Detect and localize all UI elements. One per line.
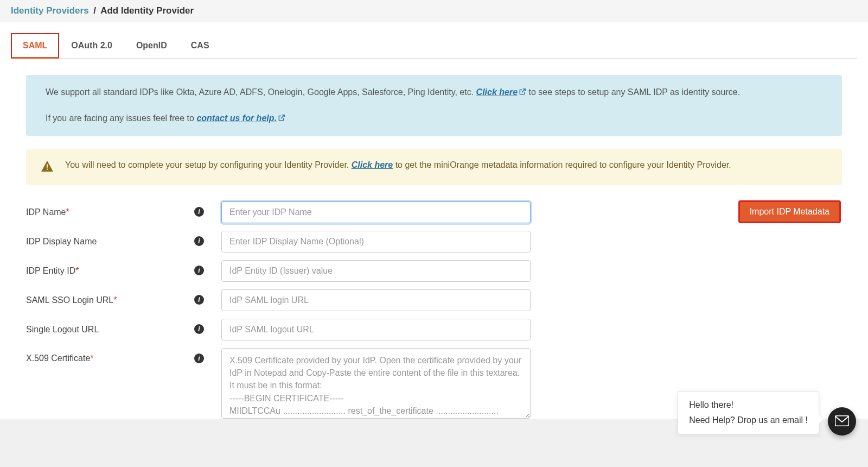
tab-openid[interactable]: OpenID xyxy=(124,33,179,58)
info-banner-setup: You will need to complete your setup by … xyxy=(26,149,842,185)
input-idp-name[interactable] xyxy=(221,201,531,223)
label-idp-name: IDP Name* xyxy=(26,207,194,217)
idp-form: IDP Name* i Import IDP Metadata IDP Disp… xyxy=(26,201,842,419)
info-icon[interactable]: i xyxy=(194,266,204,275)
info-text: to see steps to setup any SAML IDP as id… xyxy=(529,87,741,97)
help-text-line2: Need Help? Drop us an email ! xyxy=(689,415,808,419)
tab-saml[interactable]: SAML xyxy=(11,33,59,59)
breadcrumb: Identity Providers / Add Identity Provid… xyxy=(0,0,868,22)
external-link-icon xyxy=(278,112,285,120)
input-idp-display-name[interactable] xyxy=(221,231,531,253)
input-idp-entity-id[interactable] xyxy=(221,260,531,282)
external-link-icon xyxy=(519,86,526,94)
help-tooltip: Hello there! Need Help? Drop us an email… xyxy=(678,391,819,419)
link-setup-steps[interactable]: Click here xyxy=(476,87,526,97)
tab-cas[interactable]: CAS xyxy=(179,33,221,58)
info-banner-support: We support all standard IDPs like Okta, … xyxy=(26,75,842,136)
input-saml-sso-login-url[interactable] xyxy=(221,289,531,311)
warning-text: You will need to complete your setup by … xyxy=(65,160,352,169)
breadcrumb-current: Add Identity Provider xyxy=(100,5,194,16)
svg-rect-0 xyxy=(47,164,48,167)
warning-text: to get the miniOrange metadata informati… xyxy=(395,160,731,169)
required-marker: * xyxy=(113,295,117,305)
link-contact-us[interactable]: contact us for help. xyxy=(196,113,285,123)
help-text-line1: Hello there! xyxy=(689,400,808,410)
tab-oauth2[interactable]: OAuth 2.0 xyxy=(59,33,124,58)
label-idp-display-name: IDP Display Name xyxy=(26,237,194,247)
info-icon[interactable]: i xyxy=(194,236,204,246)
import-idp-metadata-button[interactable]: Import IDP Metadata xyxy=(738,200,841,223)
required-marker: * xyxy=(90,354,93,363)
label-saml-sso-login-url: SAML SSO Login URL* xyxy=(26,295,194,305)
info-icon[interactable]: i xyxy=(194,324,204,334)
label-x509-certificate: X.509 Certificate* xyxy=(26,354,194,363)
label-idp-entity-id: IDP Entity ID* xyxy=(26,266,194,276)
info-icon[interactable]: i xyxy=(194,207,204,217)
svg-rect-1 xyxy=(47,169,48,170)
required-marker: * xyxy=(75,266,79,275)
warning-icon xyxy=(41,161,53,175)
mail-icon xyxy=(835,415,849,419)
label-single-logout-url: Single Logout URL xyxy=(26,325,194,335)
breadcrumb-link-identity-providers[interactable]: Identity Providers xyxy=(11,5,89,16)
required-marker: * xyxy=(66,207,69,217)
info-text: We support all standard IDPs like Okta, … xyxy=(46,87,476,97)
info-icon[interactable]: i xyxy=(194,354,204,363)
link-metadata-info[interactable]: Click here xyxy=(352,160,393,169)
breadcrumb-separator: / xyxy=(93,5,96,16)
tab-bar: SAML OAuth 2.0 OpenID CAS xyxy=(11,33,857,59)
info-icon[interactable]: i xyxy=(194,295,204,305)
textarea-x509-certificate[interactable] xyxy=(221,348,531,419)
info-text: If you are facing any issues feel free t… xyxy=(46,113,196,123)
input-single-logout-url[interactable] xyxy=(221,319,531,340)
